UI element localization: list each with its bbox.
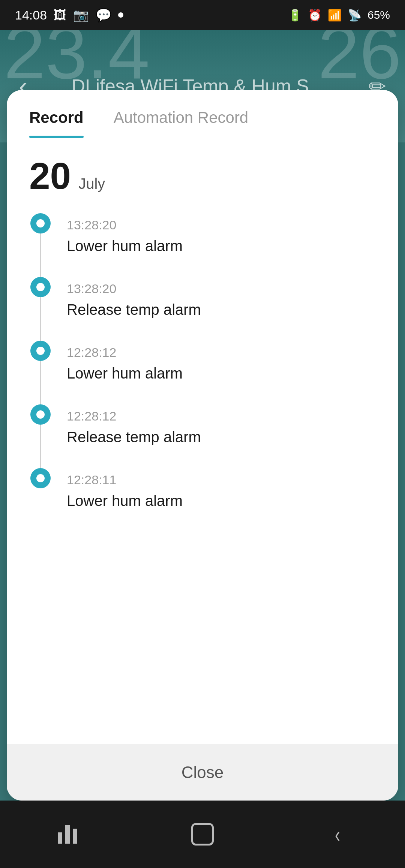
signal-icon: 📡	[348, 9, 362, 22]
edit-button-icon[interactable]: ✏	[369, 74, 386, 99]
list-item: 13:28:20 Release temp alarm	[29, 277, 376, 341]
timeline-dot-inner	[36, 219, 45, 227]
timeline-dot-inner	[36, 283, 45, 291]
date-day: 20	[29, 157, 71, 195]
tabs-container: Record Automation Record	[7, 90, 398, 138]
back-button[interactable]: ‹	[19, 71, 27, 101]
timeline-right: 12:28:11 Lower hum alarm	[67, 468, 376, 532]
back-arrow-icon: ‹	[335, 822, 340, 847]
record-event: Lower hum alarm	[67, 492, 376, 509]
record-time: 12:28:12	[67, 345, 376, 360]
timeline-right: 12:28:12 Release temp alarm	[67, 404, 376, 468]
timeline-left	[29, 277, 52, 341]
nav-bar: ‹	[0, 801, 405, 868]
timeline-dot	[30, 468, 51, 488]
timeline: 13:28:20 Lower hum alarm 13:28:20 Releas…	[29, 213, 376, 532]
timeline-line	[40, 425, 41, 468]
photo-icon: 🖼	[54, 8, 66, 22]
timeline-dot	[30, 213, 51, 233]
tab-record[interactable]: Record	[29, 109, 84, 138]
timeline-dot	[30, 277, 51, 297]
status-bar: 14:08 🖼 📷 💬 🔋 ⏰ 📶 📡 65%	[0, 0, 405, 30]
timeline-dot-inner	[36, 347, 45, 355]
timeline-line	[40, 488, 41, 532]
record-modal: Record Automation Record 20 July 13:28:2…	[7, 90, 398, 801]
record-event: Release temp alarm	[67, 429, 376, 446]
timeline-left	[29, 341, 52, 404]
timeline-dot	[30, 341, 51, 361]
timeline-dot	[30, 404, 51, 425]
record-event: Lower hum alarm	[67, 365, 376, 382]
wifi-icon: 📶	[328, 9, 342, 22]
list-item: 12:28:12 Release temp alarm	[29, 404, 376, 468]
list-item: 13:28:20 Lower hum alarm	[29, 213, 376, 277]
record-time: 13:28:20	[67, 218, 376, 232]
recents-button[interactable]	[45, 819, 90, 849]
list-item: 12:28:11 Lower hum alarm	[29, 468, 376, 532]
timeline-line	[40, 361, 41, 404]
alarm-icon: ⏰	[308, 9, 322, 22]
recents-icon	[58, 825, 77, 844]
timeline-line	[40, 297, 41, 341]
timeline-right: 13:28:20 Release temp alarm	[67, 277, 376, 341]
tab-automation-record[interactable]: Automation Record	[114, 109, 249, 138]
close-button[interactable]: Close	[7, 756, 398, 789]
list-item: 12:28:12 Lower hum alarm	[29, 341, 376, 404]
record-event: Release temp alarm	[67, 301, 376, 318]
status-time: 14:08	[15, 8, 47, 22]
record-time: 12:28:12	[67, 409, 376, 424]
date-section: 20 July	[29, 157, 376, 195]
back-button-nav[interactable]: ‹	[315, 819, 360, 849]
timeline-right: 13:28:20 Lower hum alarm	[67, 213, 376, 277]
record-content: 20 July 13:28:20 Lower hum alarm	[7, 138, 398, 744]
record-event: Lower hum alarm	[67, 238, 376, 254]
timeline-dot-inner	[36, 474, 45, 482]
timeline-left	[29, 213, 52, 277]
notification-dot	[118, 12, 123, 18]
whatsapp-icon: 💬	[96, 7, 111, 22]
date-month: July	[78, 175, 105, 192]
battery-level: 65%	[368, 9, 390, 21]
timeline-line	[40, 233, 41, 277]
record-time: 13:28:20	[67, 281, 376, 296]
timeline-left	[29, 468, 52, 532]
timeline-dot-inner	[36, 410, 45, 419]
timeline-right: 12:28:12 Lower hum alarm	[67, 341, 376, 404]
close-area: Close	[7, 744, 398, 801]
instagram-icon: 📷	[73, 7, 89, 22]
timeline-left	[29, 404, 52, 468]
page-title: DLifesa WiFi Temp & Hum S...	[72, 75, 324, 97]
home-button[interactable]	[180, 819, 225, 849]
battery-saver-icon: 🔋	[288, 9, 302, 22]
home-icon	[191, 823, 214, 846]
record-time: 12:28:11	[67, 473, 376, 487]
